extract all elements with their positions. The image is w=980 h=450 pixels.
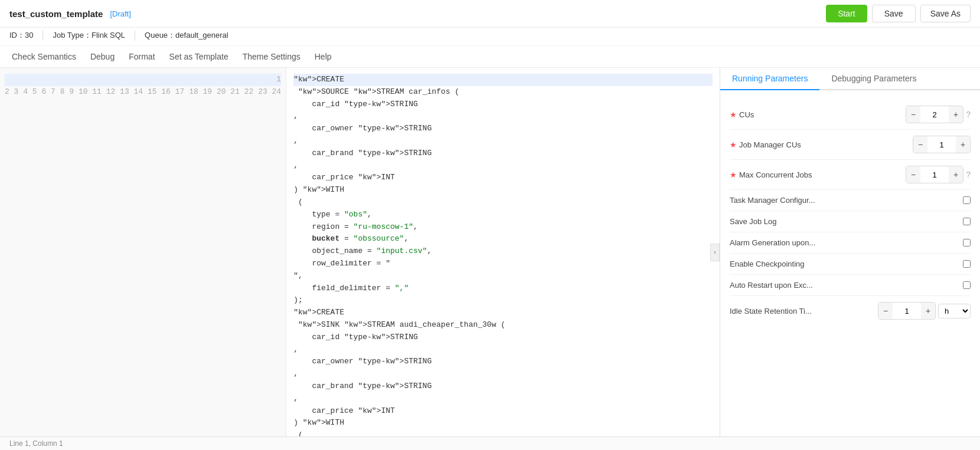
line-number: 9 xyxy=(69,87,79,96)
save-job-log-control xyxy=(963,218,971,225)
save-job-log-label: Save Job Log xyxy=(730,217,963,226)
max-concurrent-jobs-decrement-button[interactable]: − xyxy=(906,166,920,183)
code-line: region = "ru-moscow-1", xyxy=(293,221,713,234)
toolbar-help[interactable]: Help xyxy=(315,52,332,61)
toolbar-theme-settings[interactable]: Theme Settings xyxy=(243,52,300,61)
line-number: 2 xyxy=(5,87,14,96)
code-line: "kw">CREATE xyxy=(293,74,713,86)
line-number: 13 xyxy=(120,87,133,96)
panel-tabs: Running Parameters Debugging Parameters xyxy=(720,68,980,90)
max-concurrent-jobs-label: ★ Max Concurrent Jobs xyxy=(730,170,906,179)
main-content: 1 2 3 4 5 6 7 8 9 10 11 12 13 14 15 16 1… xyxy=(0,68,980,436)
job-manager-cus-row: ★ Job Manager CUs − + xyxy=(730,130,971,160)
idle-state-increment-button[interactable]: + xyxy=(921,303,935,319)
toolbar: Check Semantics Debug Format Set as Temp… xyxy=(0,46,980,68)
save-job-log-checkbox[interactable] xyxy=(963,218,971,225)
line-number: 3 xyxy=(14,87,24,96)
toolbar-format[interactable]: Format xyxy=(129,52,155,61)
code-editor[interactable]: "kw">CREATE "kw">SOURCE "kw">STREAM car_… xyxy=(286,68,720,436)
code-line: ) "kw">WITH xyxy=(293,184,713,196)
toolbar-set-as-template[interactable]: Set as Template xyxy=(169,52,228,61)
toolbar-debug[interactable]: Debug xyxy=(90,52,115,61)
code-line: ); xyxy=(293,294,713,307)
right-panel: Running Parameters Debugging Parameters … xyxy=(720,68,980,436)
meta-queue: Queue：default_general xyxy=(135,30,234,41)
cus-increment-button[interactable]: + xyxy=(949,106,963,123)
auto-restart-control xyxy=(963,281,971,289)
line-number: 19 xyxy=(203,87,217,96)
max-concurrent-jobs-control: − + ? xyxy=(906,166,971,183)
collapse-panel-button[interactable]: › xyxy=(710,244,720,261)
tab-debugging-parameters[interactable]: Debugging Parameters xyxy=(819,68,928,89)
code-line: car_brand "type-kw">STRING xyxy=(293,147,713,160)
code-line: type = "obs", xyxy=(293,209,713,221)
task-manager-control xyxy=(963,196,971,204)
max-concurrent-jobs-row: ★ Max Concurrent Jobs − + ? xyxy=(730,160,971,190)
enable-checkpointing-checkbox[interactable] xyxy=(963,260,971,268)
code-line: car_price "kw">INT xyxy=(293,405,713,418)
line-number: 8 xyxy=(60,87,70,96)
line-number: 16 xyxy=(161,87,175,96)
header-meta: ID：30 Job Type：Flink SQL Queue：default_g… xyxy=(0,28,980,45)
meta-id: ID：30 xyxy=(9,30,43,41)
alarm-generation-control xyxy=(963,239,971,247)
cus-number-input: − + xyxy=(906,106,963,123)
cus-input[interactable] xyxy=(920,108,949,121)
idle-state-unit-select[interactable]: h min s xyxy=(938,304,971,318)
line-number: 21 xyxy=(230,87,244,96)
status-bar: Line 1, Column 1 xyxy=(0,436,980,450)
auto-restart-row: Auto Restart upon Exc... xyxy=(730,275,971,296)
save-job-log-row: Save Job Log xyxy=(730,211,971,232)
idle-state-number-input: − + xyxy=(878,302,936,320)
line-number: 20 xyxy=(217,87,230,96)
page-title: test_custom_template xyxy=(9,9,103,19)
tab-running-parameters[interactable]: Running Parameters xyxy=(720,68,819,90)
toolbar-check-semantics[interactable]: Check Semantics xyxy=(12,52,76,61)
auto-restart-checkbox[interactable] xyxy=(963,281,971,289)
line-number: 7 xyxy=(51,87,60,96)
code-line: car_owner "type-kw">STRING xyxy=(293,123,713,135)
line-number: 18 xyxy=(189,87,202,96)
line-number: 11 xyxy=(92,87,106,96)
save-as-button[interactable]: Save As xyxy=(920,5,971,22)
code-line: bucket = "obssource", xyxy=(293,233,713,245)
draft-badge: [Draft] xyxy=(110,9,130,18)
header-buttons: Start Save Save As xyxy=(826,5,971,22)
cus-help-icon[interactable]: ? xyxy=(966,110,971,119)
start-button[interactable]: Start xyxy=(826,5,867,22)
job-manager-cus-number-input: − + xyxy=(913,136,971,153)
line-number: 12 xyxy=(106,87,120,96)
job-manager-cus-increment-button[interactable]: + xyxy=(956,136,970,153)
line-number: 5 xyxy=(32,87,42,96)
meta-jobtype: Job Type：Flink SQL xyxy=(43,30,135,41)
idle-state-row: Idle State Retention Ti... − + h min s xyxy=(730,296,971,326)
line-number: 23 xyxy=(258,87,272,96)
alarm-generation-checkbox[interactable] xyxy=(963,239,971,247)
header-top: test_custom_template [Draft] Start Save … xyxy=(0,0,980,28)
max-concurrent-jobs-number-input: − + xyxy=(906,166,963,183)
cursor-position: Line 1, Column 1 xyxy=(9,439,63,448)
save-button[interactable]: Save xyxy=(872,5,916,22)
line-number: 22 xyxy=(244,87,258,96)
line-number: 10 xyxy=(79,87,92,96)
idle-state-input[interactable] xyxy=(893,304,921,318)
task-manager-label: Task Manager Configur... xyxy=(730,196,963,205)
idle-state-decrement-button[interactable]: − xyxy=(878,303,893,319)
job-manager-cus-input[interactable] xyxy=(927,138,956,152)
editor-area: 1 2 3 4 5 6 7 8 9 10 11 12 13 14 15 16 1… xyxy=(0,68,720,436)
cus-decrement-button[interactable]: − xyxy=(906,106,920,123)
code-line: row_delimiter = " xyxy=(293,258,713,270)
max-concurrent-jobs-increment-button[interactable]: + xyxy=(949,166,963,183)
idle-state-control: − + h min s xyxy=(878,302,971,320)
cus-control: − + ? xyxy=(906,106,971,123)
code-line: car_brand "type-kw">STRING xyxy=(293,380,713,393)
cus-row: ★ CUs − + ? xyxy=(730,100,971,130)
job-manager-cus-decrement-button[interactable]: − xyxy=(913,136,927,153)
code-line: car_id "type-kw">STRING xyxy=(293,98,713,111)
enable-checkpointing-row: Enable Checkpointing xyxy=(730,254,971,275)
max-concurrent-jobs-help-icon[interactable]: ? xyxy=(966,170,971,179)
header-left: test_custom_template [Draft] xyxy=(9,9,131,19)
task-manager-checkbox[interactable] xyxy=(963,196,971,204)
max-concurrent-jobs-input[interactable] xyxy=(920,168,949,182)
line-number: 14 xyxy=(134,87,148,96)
